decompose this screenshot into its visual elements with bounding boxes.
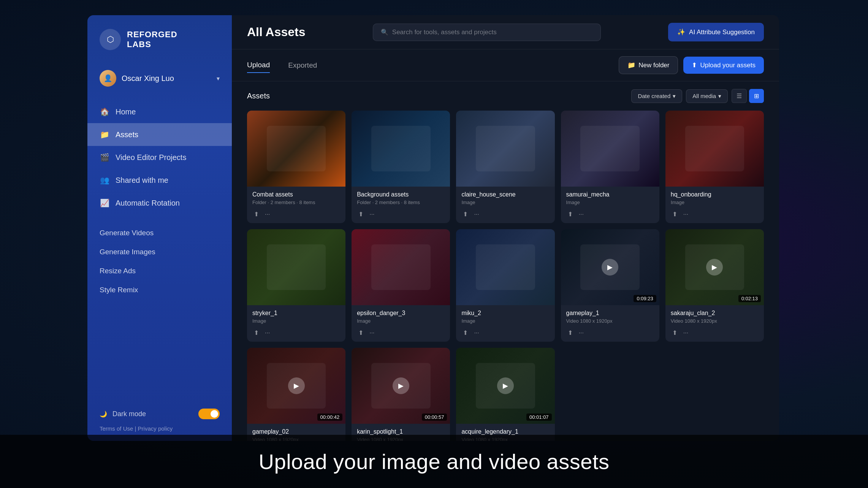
asset-more-button[interactable]: ··· — [682, 209, 690, 219]
app-container: ⬡ REFORGEDLABS 👤 Oscar Xing Luo ▾ 🏠 Home… — [87, 15, 779, 441]
avatar: 👤 — [100, 70, 116, 87]
play-button[interactable]: ▶ — [602, 259, 618, 276]
sidebar-item-label: Assets — [116, 130, 138, 139]
asset-card-gameplay-02[interactable]: ▶ 00:00:42 gameplay_02 Video 1080 x 1920… — [247, 348, 345, 441]
asset-actions: ⬆ ··· — [252, 328, 340, 338]
upload-icon: ⬆ — [692, 61, 697, 69]
grid-view-button[interactable]: ⊞ — [749, 89, 764, 103]
sidebar-item-shared[interactable]: 👥 Shared with me — [87, 169, 232, 192]
thumb-overlay — [665, 111, 764, 187]
asset-more-button[interactable]: ··· — [577, 209, 585, 219]
sidebar-item-label: Shared with me — [116, 176, 168, 185]
user-name: Oscar Xing Luo — [122, 74, 211, 83]
play-button[interactable]: ▶ — [497, 377, 514, 394]
sidebar-tool-gen-videos[interactable]: Generate Videos — [87, 223, 232, 242]
asset-share-button[interactable]: ⬆ — [252, 209, 260, 219]
asset-duration: 0:09:23 — [634, 295, 656, 302]
asset-more-button[interactable]: ··· — [368, 328, 376, 338]
asset-meta: Video 1080 x 1920px — [566, 318, 654, 324]
sidebar-tool-gen-images[interactable]: Generate Images — [87, 242, 232, 261]
thumb-shape — [371, 126, 431, 171]
asset-more-button[interactable]: ··· — [472, 209, 480, 219]
asset-more-button[interactable]: ··· — [368, 209, 376, 219]
asset-more-button[interactable]: ··· — [682, 328, 690, 338]
asset-more-button[interactable]: ··· — [577, 328, 585, 338]
sidebar-item-auto-rotation[interactable]: 📈 Automatic Rotation — [87, 192, 232, 214]
ai-attribute-button[interactable]: ✨ AI Attribute Suggestion — [668, 23, 764, 41]
asset-duration: 00:00:42 — [317, 414, 343, 421]
play-button[interactable]: ▶ — [393, 377, 409, 394]
sidebar-item-home[interactable]: 🏠 Home — [87, 100, 232, 123]
asset-name: acquire_legendary_1 — [461, 428, 549, 435]
asset-name: claire_house_scene — [461, 191, 549, 198]
asset-card-karin-spotlight-1[interactable]: ▶ 00:00:57 karin_spotlight_1 Video 1080 … — [352, 348, 450, 441]
play-button[interactable]: ▶ — [706, 259, 723, 276]
asset-card-background-assets[interactable]: Background assets Folder · 2 members · 8… — [352, 111, 450, 223]
asset-name: Background assets — [357, 191, 445, 198]
page-title: All Assets — [247, 25, 306, 39]
asset-thumbnail — [352, 111, 450, 187]
asset-more-button[interactable]: ··· — [472, 328, 480, 338]
asset-more-button[interactable]: ··· — [263, 209, 271, 219]
bottom-caption: Upload your image and video assets — [0, 435, 868, 488]
sidebar-tool-style-remix[interactable]: Style Remix — [87, 280, 232, 299]
main-content: All Assets 🔍 Search for tools, assets an… — [232, 15, 779, 441]
asset-share-button[interactable]: ⬆ — [252, 328, 260, 338]
asset-share-button[interactable]: ⬆ — [357, 328, 365, 338]
asset-actions: ⬆ ··· — [566, 328, 654, 338]
asset-share-button[interactable]: ⬆ — [566, 328, 574, 338]
shared-icon: 👥 — [100, 176, 109, 185]
asset-share-button[interactable]: ⬆ — [357, 209, 365, 219]
new-folder-button[interactable]: 📁 New folder — [619, 56, 678, 74]
asset-share-button[interactable]: ⬆ — [671, 209, 679, 219]
filter-label: All media — [692, 93, 716, 99]
asset-share-button[interactable]: ⬆ — [566, 209, 574, 219]
asset-thumbnail: ▶ 00:00:42 — [247, 348, 345, 424]
thumb-overlay — [456, 111, 554, 187]
asset-card-sakaraju-clan-2[interactable]: ▶ 0:02:13 sakaraju_clan_2 Video 1080 x 1… — [665, 229, 764, 342]
tool-label: Resize Ads — [100, 267, 136, 275]
asset-actions: ⬆ ··· — [357, 328, 445, 338]
asset-share-button[interactable]: ⬆ — [461, 328, 469, 338]
asset-card-claire-house-scene[interactable]: claire_house_scene Image ⬆ ··· — [456, 111, 554, 223]
asset-card-hq-onboarding[interactable]: hq_onboarding Image ⬆ ··· — [665, 111, 764, 223]
asset-card-acquire-legendary-1[interactable]: ▶ 00:01:07 acquire_legendary_1 Video 108… — [456, 348, 554, 441]
moon-icon: 🌙 — [100, 410, 107, 418]
asset-card-stryker-1[interactable]: stryker_1 Image ⬆ ··· — [247, 229, 345, 342]
play-button[interactable]: ▶ — [288, 377, 305, 394]
asset-card-miku-2[interactable]: miku_2 Image ⬆ ··· — [456, 229, 554, 342]
thumb-shape — [476, 244, 535, 290]
sort-button[interactable]: Date created ▾ — [631, 89, 682, 103]
tab-exported[interactable]: Exported — [288, 58, 317, 73]
asset-meta: Video 1080 x 1920px — [671, 318, 759, 324]
asset-meta: Image — [461, 200, 549, 205]
thumb-overlay — [456, 229, 554, 305]
asset-card-samurai-mecha[interactable]: samurai_mecha Image ⬆ ··· — [561, 111, 659, 223]
sidebar-nav: 🏠 Home 📁 Assets 🎬 Video Editor Projects … — [87, 100, 232, 399]
thumb-shape — [685, 126, 744, 171]
play-overlay: ▶ — [247, 348, 345, 424]
asset-share-button[interactable]: ⬆ — [671, 328, 679, 338]
upload-button[interactable]: ⬆ Upload your assets — [683, 57, 764, 74]
asset-info: gameplay_1 Video 1080 x 1920px ⬆ ··· — [561, 305, 659, 342]
asset-actions: ⬆ ··· — [461, 328, 549, 338]
thumb-shape — [371, 244, 431, 290]
asset-more-button[interactable]: ··· — [263, 328, 271, 338]
asset-card-epsilon-danger-3[interactable]: epsilon_danger_3 Image ⬆ ··· — [352, 229, 450, 342]
asset-thumbnail — [665, 111, 764, 187]
dark-mode-toggle[interactable] — [198, 409, 220, 419]
sidebar-item-label: Video Editor Projects — [116, 153, 186, 162]
assets-area: Assets Date created ▾ All media ▾ ☰ ⊞ — [232, 81, 779, 441]
asset-card-combat-assets[interactable]: Combat assets Folder · 2 members · 8 ite… — [247, 111, 345, 223]
search-bar[interactable]: 🔍 Search for tools, assets and projects — [373, 24, 601, 41]
user-menu[interactable]: 👤 Oscar Xing Luo ▾ — [87, 64, 232, 93]
sidebar-tool-resize-ads[interactable]: Resize Ads — [87, 261, 232, 280]
sidebar-item-video-editor[interactable]: 🎬 Video Editor Projects — [87, 146, 232, 169]
filter-button[interactable]: All media ▾ — [686, 89, 728, 103]
tab-upload[interactable]: Upload — [247, 58, 270, 73]
list-view-button[interactable]: ☰ — [732, 89, 747, 103]
asset-name: hq_onboarding — [671, 191, 759, 198]
sidebar-item-assets[interactable]: 📁 Assets — [87, 123, 232, 146]
asset-card-gameplay-1[interactable]: ▶ 0:09:23 gameplay_1 Video 1080 x 1920px… — [561, 229, 659, 342]
asset-share-button[interactable]: ⬆ — [461, 209, 469, 219]
